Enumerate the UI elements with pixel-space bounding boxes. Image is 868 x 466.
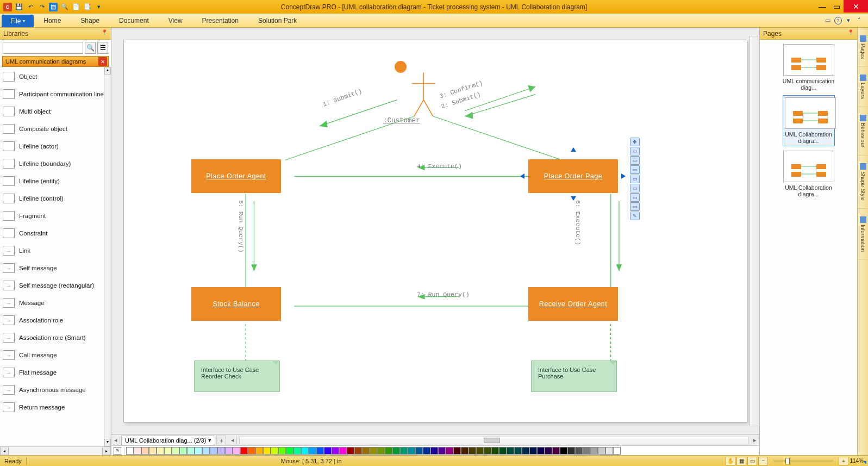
library-item[interactable]: Lifeline (control): [3, 190, 104, 207]
action-button[interactable]: ▭: [630, 165, 640, 174]
color-swatch[interactable]: [187, 447, 195, 455]
file-menu[interactable]: File: [2, 15, 34, 27]
library-item[interactable]: Self message (rectangular): [3, 277, 104, 294]
color-swatch[interactable]: [354, 447, 362, 455]
library-item[interactable]: Return message: [3, 399, 104, 416]
pin-icon[interactable]: 📍: [847, 29, 854, 35]
hscroll-right[interactable]: ▸: [751, 437, 759, 444]
color-swatch[interactable]: [613, 447, 621, 455]
library-item[interactable]: Participant communication line: [3, 85, 104, 103]
color-swatch[interactable]: [141, 447, 149, 455]
close-button[interactable]: ✕: [844, 0, 868, 13]
color-swatch[interactable]: [225, 447, 233, 455]
menu-view[interactable]: View: [159, 14, 192, 27]
color-swatch[interactable]: [567, 447, 575, 455]
side-tab[interactable]: Behaviour: [858, 107, 868, 156]
color-swatch[interactable]: [499, 447, 507, 455]
node-receive-order-agent[interactable]: Receive Order Agent: [528, 287, 618, 321]
color-swatch[interactable]: [134, 447, 141, 455]
library-category[interactable]: UML communication diagrams ✕: [2, 56, 109, 67]
qat-item-icon[interactable]: ▧: [49, 3, 58, 11]
color-swatch[interactable]: [430, 447, 438, 455]
color-swatch[interactable]: [202, 447, 210, 455]
page-thumbnail[interactable]: UML Collaboration diagra...: [783, 95, 835, 146]
color-swatch[interactable]: [415, 447, 423, 455]
view-mode-icon[interactable]: ▦: [736, 457, 746, 465]
side-tab[interactable]: Information: [858, 209, 868, 260]
library-item[interactable]: Link: [3, 242, 104, 259]
menu-solution-park[interactable]: Solution Park: [248, 14, 307, 27]
action-button[interactable]: ▭: [630, 147, 640, 156]
color-swatch[interactable]: [263, 447, 271, 455]
view-mode-button[interactable]: ☰: [97, 42, 108, 54]
color-swatch[interactable]: [294, 447, 301, 455]
color-swatch[interactable]: [301, 447, 309, 455]
qat-item-icon[interactable]: 🔍: [60, 3, 69, 11]
color-swatch[interactable]: [545, 447, 552, 455]
search-button[interactable]: 🔍: [85, 42, 96, 54]
eyedropper-icon[interactable]: ✎: [114, 447, 121, 455]
color-swatch[interactable]: [347, 447, 354, 455]
add-page-button[interactable]: ＋: [216, 436, 226, 445]
collapse-ribbon-icon[interactable]: ˄: [855, 16, 864, 25]
color-swatch[interactable]: [240, 447, 248, 455]
color-swatch[interactable]: [255, 447, 263, 455]
help-dropdown-icon[interactable]: ▾: [844, 16, 853, 25]
color-swatch[interactable]: [157, 447, 164, 455]
menu-document[interactable]: Document: [109, 14, 159, 27]
help-icon[interactable]: ?: [834, 17, 842, 24]
diagram[interactable]: :Customer Place Order Agent Place Order …: [123, 40, 747, 422]
redo-icon[interactable]: ↷: [38, 3, 46, 11]
color-swatch[interactable]: [408, 447, 415, 455]
library-scrollbar[interactable]: ▴▾: [104, 67, 111, 446]
library-item[interactable]: Call message: [3, 346, 104, 364]
color-swatch[interactable]: [484, 447, 491, 455]
note-purchase[interactable]: Interface to Use Case Purchase: [531, 361, 617, 392]
action-button[interactable]: ▭: [630, 202, 640, 211]
library-item[interactable]: Message: [3, 294, 104, 312]
color-swatch[interactable]: [446, 447, 453, 455]
color-swatch[interactable]: [575, 447, 583, 455]
color-swatch[interactable]: [590, 447, 598, 455]
pan-tool-icon[interactable]: ✋: [726, 457, 735, 465]
canvas-vscrollbar[interactable]: [750, 36, 758, 426]
color-swatch[interactable]: [233, 447, 240, 455]
qat-item-icon[interactable]: 📄: [72, 3, 80, 11]
zoom-in-icon[interactable]: ＋: [839, 457, 848, 465]
color-swatch[interactable]: [392, 447, 400, 455]
hscroll-left[interactable]: ◂: [228, 437, 237, 444]
color-swatch[interactable]: [278, 447, 286, 455]
color-swatch[interactable]: [605, 447, 613, 455]
library-item[interactable]: Association role: [3, 312, 104, 329]
library-item[interactable]: Lifeline (actor): [3, 138, 104, 155]
action-button[interactable]: ▭: [630, 193, 640, 202]
minimize-button[interactable]: —: [815, 0, 829, 13]
library-item[interactable]: Multi object: [3, 103, 104, 120]
color-swatch[interactable]: [164, 447, 172, 455]
qat-item-icon[interactable]: 📑: [83, 3, 92, 11]
library-search-input[interactable]: [3, 42, 83, 54]
color-swatch[interactable]: [469, 447, 476, 455]
page-thumbnail[interactable]: UML communication diag...: [783, 44, 835, 91]
selection-handle-icon[interactable]: [571, 196, 576, 201]
color-swatch[interactable]: [377, 447, 385, 455]
color-swatch[interactable]: [316, 447, 324, 455]
menu-home[interactable]: Home: [34, 14, 71, 27]
selection-handle-icon[interactable]: [571, 147, 576, 152]
library-hscroll[interactable]: ◂▸: [0, 446, 111, 455]
note-reorder-check[interactable]: Interface to Use Case Reorder Check: [194, 361, 280, 392]
qat-dropdown-icon[interactable]: ▾: [95, 3, 103, 11]
color-swatch[interactable]: [400, 447, 408, 455]
color-swatch[interactable]: [438, 447, 446, 455]
library-item[interactable]: Asynchronous message: [3, 381, 104, 399]
selection-handle-icon[interactable]: [520, 173, 524, 179]
color-swatch[interactable]: [598, 447, 605, 455]
color-swatch[interactable]: [514, 447, 522, 455]
color-swatch[interactable]: [385, 447, 392, 455]
color-swatch[interactable]: [309, 447, 316, 455]
close-category-icon[interactable]: ✕: [98, 57, 107, 66]
action-button[interactable]: ▭: [630, 175, 640, 183]
color-swatch[interactable]: [491, 447, 499, 455]
color-swatch[interactable]: [537, 447, 545, 455]
menu-shape[interactable]: Shape: [71, 14, 109, 27]
